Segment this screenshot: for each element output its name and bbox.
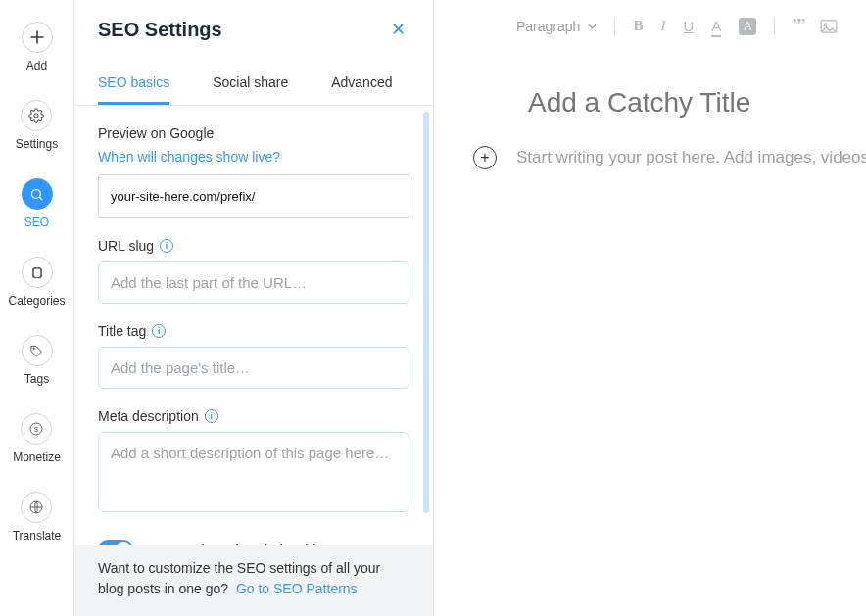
plus-icon — [22, 22, 53, 53]
underline-button[interactable]: U — [683, 18, 694, 34]
url-slug-label: URL slug — [98, 238, 154, 254]
gear-icon — [21, 100, 52, 131]
toolbar-separator — [774, 18, 775, 35]
format-dropdown[interactable]: Paragraph — [516, 19, 597, 34]
quote-button[interactable]: ”” — [793, 16, 802, 36]
check-icon: ✓ — [116, 542, 131, 545]
title-tag-input[interactable] — [98, 347, 409, 389]
index-toggle-row: ✓ Let search engines index this page — [98, 540, 409, 545]
tab-seo-basics[interactable]: SEO basics — [98, 63, 169, 105]
sidebar-item-label: Tags — [24, 372, 49, 386]
left-sidebar: Add Settings SEO Categories Tags $ Monet… — [0, 0, 74, 616]
svg-point-1 — [32, 189, 41, 198]
tag-icon — [22, 335, 53, 366]
post-title-input[interactable] — [473, 87, 866, 118]
sidebar-item-settings[interactable]: Settings — [16, 100, 58, 151]
cards-icon — [22, 257, 53, 288]
title-tag-section: Title tag i — [98, 323, 409, 389]
meta-description-section: Meta description i — [98, 408, 409, 516]
sidebar-item-translate[interactable]: Translate — [13, 492, 62, 543]
svg-point-10 — [824, 23, 827, 25]
sidebar-item-seo[interactable]: SEO — [22, 178, 53, 229]
info-icon[interactable]: i — [160, 239, 173, 253]
go-to-seo-patterns-link[interactable]: Go to SEO Patterns — [236, 581, 358, 596]
svg-line-2 — [39, 197, 42, 200]
panel-title: SEO Settings — [98, 19, 222, 41]
editor-toolbar: Paragraph B I U A A ”” — [434, 0, 866, 52]
bold-button[interactable]: B — [633, 18, 643, 34]
sidebar-item-label: Settings — [16, 137, 58, 151]
seo-settings-panel: SEO Settings ✕ SEO basics Social share A… — [74, 0, 434, 616]
sidebar-item-label: Monetize — [13, 450, 61, 464]
add-content-button[interactable]: + — [473, 146, 497, 169]
sidebar-item-add[interactable]: Add — [22, 22, 53, 72]
svg-text:$: $ — [34, 425, 38, 434]
meta-description-label: Meta description — [98, 408, 199, 424]
sidebar-item-label: Add — [26, 59, 47, 72]
sidebar-item-categories[interactable]: Categories — [8, 257, 65, 308]
sidebar-item-monetize[interactable]: $ Monetize — [13, 413, 61, 464]
text-color-button[interactable]: A — [711, 18, 721, 34]
panel-footer: Want to customize the SEO settings of al… — [74, 545, 433, 616]
svg-point-0 — [34, 114, 38, 118]
tab-social-share[interactable]: Social share — [213, 63, 288, 105]
search-icon — [22, 178, 53, 210]
toolbar-separator — [614, 18, 615, 35]
tab-advanced[interactable]: Advanced — [331, 63, 392, 105]
italic-button[interactable]: I — [660, 18, 665, 34]
info-icon[interactable]: i — [152, 324, 166, 338]
url-slug-input[interactable] — [98, 261, 409, 304]
close-icon: ✕ — [391, 20, 406, 39]
format-label: Paragraph — [516, 19, 580, 34]
panel-scrollbar[interactable] — [423, 112, 429, 513]
svg-point-5 — [33, 347, 35, 349]
preview-on-google-section: Preview on Google When will changes show… — [98, 125, 409, 218]
info-icon[interactable]: i — [205, 409, 218, 423]
sidebar-item-label: Categories — [8, 294, 65, 308]
google-preview-box: your-site-here.com/prefix/ — [98, 174, 409, 218]
index-toggle-label: Let search engines index this page — [145, 542, 357, 545]
image-button[interactable] — [820, 20, 838, 33]
preview-help-link[interactable]: When will changes show live? — [98, 149, 409, 165]
sidebar-item-label: SEO — [24, 215, 49, 229]
sidebar-item-label: Translate — [13, 529, 62, 543]
index-toggle[interactable]: ✓ — [98, 540, 133, 545]
highlight-button[interactable]: A — [739, 18, 756, 35]
sidebar-item-tags[interactable]: Tags — [22, 335, 53, 386]
post-editor: Paragraph B I U A A ”” + Start writing y… — [434, 0, 866, 616]
plus-icon: + — [480, 149, 489, 166]
globe-icon — [21, 492, 52, 523]
chevron-down-icon — [588, 24, 597, 29]
close-button[interactable]: ✕ — [386, 18, 409, 41]
preview-label: Preview on Google — [98, 125, 409, 141]
title-tag-label: Title tag — [98, 323, 146, 339]
dollar-icon: $ — [21, 413, 52, 445]
url-slug-section: URL slug i — [98, 238, 409, 304]
panel-tabs: SEO basics Social share Advanced — [74, 63, 433, 106]
svg-rect-4 — [32, 267, 41, 278]
post-body-placeholder[interactable]: Start writing your post here. Add images… — [516, 148, 866, 167]
meta-description-input[interactable] — [98, 432, 409, 512]
